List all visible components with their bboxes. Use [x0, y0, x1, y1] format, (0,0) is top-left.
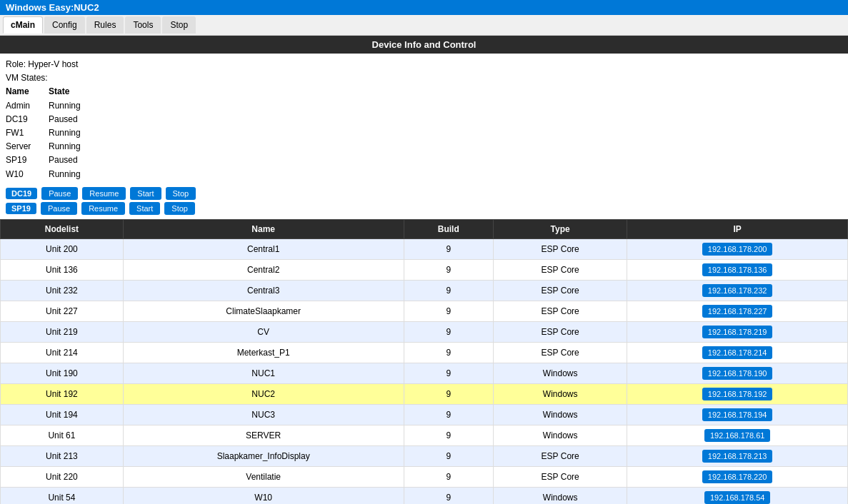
cell-nodelist: Unit 213: [1, 445, 124, 466]
vm-state: Paused: [49, 113, 106, 126]
ip-button[interactable]: 192.168.178.214: [702, 346, 773, 359]
cell-ip[interactable]: 192.168.178.232: [627, 280, 848, 301]
cell-name: Meterkast_P1: [123, 342, 404, 363]
cell-name: ClimateSlaapkamer: [123, 301, 404, 321]
ip-button[interactable]: 192.168.178.220: [702, 470, 773, 483]
btn-stop-sp19[interactable]: Stop: [164, 202, 195, 215]
cell-type: ESP Core: [494, 466, 627, 487]
table-row: Unit 194NUC39Windows192.168.178.194: [1, 404, 848, 425]
cell-nodelist: Unit 190: [1, 363, 124, 383]
cell-name: Central2: [123, 259, 404, 280]
btn-stop-dc19[interactable]: Stop: [166, 187, 196, 200]
table-row: Unit 192NUC29Windows192.168.178.192: [1, 383, 848, 404]
vm-state: Running: [49, 168, 106, 181]
vm-name: Admin: [6, 99, 49, 113]
btn-pause-dc19[interactable]: Pause: [41, 187, 78, 200]
cell-name: SERVER: [123, 425, 404, 445]
cell-type: Windows: [494, 425, 627, 445]
cell-type: ESP Core: [494, 238, 627, 259]
cell-ip[interactable]: 192.168.178.136: [627, 259, 848, 280]
ip-button[interactable]: 192.168.178.232: [702, 284, 773, 297]
vm-row: W10Running: [6, 168, 842, 181]
cell-nodelist: Unit 200: [1, 238, 124, 259]
table-row: Unit 61SERVER9Windows192.168.178.61: [1, 425, 848, 445]
vm-name: FW1: [6, 126, 49, 140]
cell-nodelist: Unit 214: [1, 342, 124, 363]
cell-name: Central3: [123, 280, 404, 301]
title-text: Windows Easy:NUC2: [6, 2, 99, 13]
table-row: Unit 190NUC19Windows192.168.178.190: [1, 363, 848, 383]
nav-tab-rules[interactable]: Rules: [86, 16, 124, 34]
vm-table: Name State: [6, 85, 842, 99]
cell-ip[interactable]: 192.168.178.194: [627, 404, 848, 425]
cell-ip[interactable]: 192.168.178.200: [627, 238, 848, 259]
btn-resume-sp19[interactable]: Resume: [81, 202, 125, 215]
cell-nodelist: Unit 227: [1, 301, 124, 321]
ip-button[interactable]: 192.168.178.200: [702, 243, 773, 256]
role-label: Role: Hyper-V host: [6, 58, 842, 71]
vm-state: Paused: [49, 153, 106, 167]
cell-type: ESP Core: [494, 259, 627, 280]
cell-type: ESP Core: [494, 280, 627, 301]
cell-type: Windows: [494, 363, 627, 383]
ip-button[interactable]: 192.168.178.213: [702, 450, 773, 463]
cell-build: 9: [404, 280, 494, 301]
cell-build: 9: [404, 363, 494, 383]
cell-name: Ventilatie: [123, 466, 404, 487]
cell-nodelist: Unit 61: [1, 425, 124, 445]
vm-control-label: SP19: [6, 203, 36, 214]
col-nodelist: Nodelist: [1, 219, 124, 238]
cell-ip[interactable]: 192.168.178.213: [627, 445, 848, 466]
vm-control-label: DC19: [6, 188, 37, 199]
vm-states-label: VM States:: [6, 71, 842, 85]
cell-name: W10: [123, 487, 404, 504]
cell-ip[interactable]: 192.168.178.54: [627, 487, 848, 504]
vm-control-row: SP19PauseResumeStartStop: [6, 202, 842, 215]
cell-ip[interactable]: 192.168.178.220: [627, 466, 848, 487]
cell-ip[interactable]: 192.168.178.219: [627, 321, 848, 342]
cell-build: 9: [404, 466, 494, 487]
cell-type: ESP Core: [494, 321, 627, 342]
col-type: Type: [494, 219, 627, 238]
ip-button[interactable]: 192.168.178.54: [704, 491, 770, 504]
nav-tab-config[interactable]: Config: [44, 16, 85, 34]
section-header: Device Info and Control: [0, 36, 848, 54]
cell-ip[interactable]: 192.168.178.192: [627, 383, 848, 404]
btn-start-dc19[interactable]: Start: [130, 187, 161, 200]
table-row: Unit 219CV9ESP Core192.168.178.219: [1, 321, 848, 342]
cell-ip[interactable]: 192.168.178.190: [627, 363, 848, 383]
ip-button[interactable]: 192.168.178.190: [702, 367, 773, 380]
cell-build: 9: [404, 321, 494, 342]
ip-button[interactable]: 192.168.178.227: [702, 305, 773, 318]
nav-tab-main[interactable]: cMain: [3, 16, 43, 34]
ip-button[interactable]: 192.168.178.61: [704, 429, 770, 442]
ip-button[interactable]: 192.168.178.219: [702, 326, 773, 338]
cell-nodelist: Unit 232: [1, 280, 124, 301]
table-row: Unit 136Central29ESP Core192.168.178.136: [1, 259, 848, 280]
nav-tab-tools[interactable]: Tools: [125, 16, 161, 34]
vm-name: W10: [6, 168, 49, 181]
ip-button[interactable]: 192.168.178.136: [702, 263, 773, 276]
cell-build: 9: [404, 301, 494, 321]
cell-build: 9: [404, 383, 494, 404]
vm-state: Running: [49, 140, 106, 153]
ip-button[interactable]: 192.168.178.194: [702, 408, 773, 421]
nav-tab-stop[interactable]: Stop: [162, 16, 196, 34]
cell-build: 9: [404, 425, 494, 445]
cell-ip[interactable]: 192.168.178.61: [627, 425, 848, 445]
cell-name: NUC3: [123, 404, 404, 425]
cell-type: ESP Core: [494, 445, 627, 466]
table-row: Unit 213Slaapkamer_InfoDisplay9ESP Core1…: [1, 445, 848, 466]
btn-start-sp19[interactable]: Start: [129, 202, 160, 215]
col-state: State: [49, 85, 106, 99]
btn-pause-sp19[interactable]: Pause: [41, 202, 77, 215]
cell-name: CV: [123, 321, 404, 342]
cell-ip[interactable]: 192.168.178.227: [627, 301, 848, 321]
vm-row: SP19Paused: [6, 153, 842, 167]
cell-build: 9: [404, 445, 494, 466]
ip-button[interactable]: 192.168.178.192: [702, 388, 773, 400]
btn-resume-dc19[interactable]: Resume: [82, 187, 126, 200]
cell-ip[interactable]: 192.168.178.214: [627, 342, 848, 363]
col-ip: IP: [627, 219, 848, 238]
table-row: Unit 200Central19ESP Core192.168.178.200: [1, 238, 848, 259]
